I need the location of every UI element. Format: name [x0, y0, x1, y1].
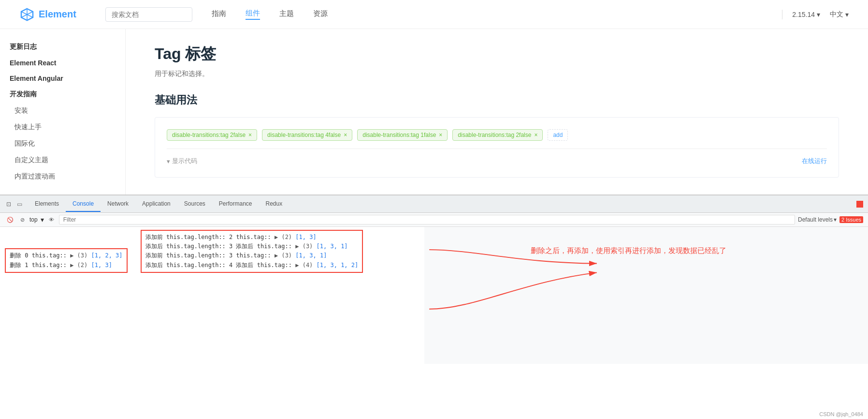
chevron-down-icon: ▾ [834, 216, 837, 223]
mobile-icon[interactable]: ▭ [15, 200, 23, 208]
tag-0-label: disable-transitions:tag 2false [172, 132, 246, 138]
nav-item-theme[interactable]: 主题 [279, 9, 294, 19]
add-tag-button[interactable]: add [548, 129, 568, 141]
console-line-1: 删除 0 this.tag:: ▶ (3) [1, 2, 3] [10, 251, 123, 260]
nav-item-guide[interactable]: 指南 [212, 9, 226, 19]
sidebar-item-theme[interactable]: 自定义主题 [0, 152, 125, 168]
tag-0-close[interactable]: × [248, 132, 252, 138]
logo-icon [19, 7, 35, 22]
sidebar-item-install[interactable]: 安装 [0, 103, 125, 119]
search-input[interactable] [105, 7, 192, 22]
filter-toggle-button[interactable]: ⊘ [18, 216, 27, 224]
console-body: 删除 0 this.tag:: ▶ (3) [1, 2, 3] 删除 1 thi… [0, 227, 868, 364]
sidebar-section-devguide[interactable]: 开发指南 [0, 86, 125, 103]
clear-console-button[interactable]: 🚫 [5, 216, 15, 224]
sidebar-item-i18n[interactable]: 国际化 [0, 135, 125, 152]
sidebar-section-react[interactable]: Element React [0, 55, 125, 71]
tag-3-label: disable-transitions:tag 2false [458, 132, 531, 138]
sidebar-section-changelog[interactable]: 更新日志 [0, 39, 125, 55]
console-red-box-1: 删除 0 this.tag:: ▶ (3) [1, 2, 3] 删除 1 thi… [5, 248, 128, 272]
console-line-5: 添加前 this.tag.length:: 3 this.tag:: ▶ (3)… [145, 251, 358, 260]
logo: Element [19, 7, 76, 22]
tag-0: disable-transitions:tag 2false × [167, 129, 257, 141]
page-desc: 用于标记和选择。 [155, 70, 839, 78]
header-right: 2.15.14 ▾ 中文 ▾ [782, 10, 849, 19]
sidebar-item-quickstart[interactable]: 快速上手 [0, 119, 125, 135]
top-context-label: top [29, 216, 38, 223]
content-wrapper: 更新日志 Element React Element Angular 开发指南 … [0, 29, 868, 364]
annotation-area: 删除之后，再添加，使用索引再进行添加，发现数据已经乱了 [424, 227, 868, 364]
sidebar-item-transition[interactable]: 内置过渡动画 [0, 168, 125, 185]
sidebar: 更新日志 Element React Element Angular 开发指南 … [0, 29, 126, 195]
tag-2: disable-transitions:tag 1false × [357, 129, 448, 141]
console-line-4: 添加后 this.tag.length:: 3 添加后 this.tag:: ▶… [145, 242, 358, 251]
eye-icon[interactable]: 👁 [47, 216, 56, 224]
console-toolbar: 🚫 ⊘ top ▾ 👁 Default levels ▾ 2 Issues [0, 213, 868, 227]
tab-network[interactable]: Network [101, 196, 135, 212]
devtools-icons: ⊡ ▭ [5, 200, 28, 208]
demo-footer: ▾ 显示代码 在线运行 [167, 149, 827, 165]
tag-1-label: disable-transitions:tag 4false [267, 132, 341, 138]
tag-1: disable-transitions:tag 4false × [262, 129, 352, 141]
tag-2-close[interactable]: × [439, 132, 442, 138]
divider [782, 10, 782, 19]
main-content: Tag 标签 用于标记和选择。 基础用法 disable-transitions… [126, 29, 868, 195]
tab-performance[interactable]: Performance [212, 196, 259, 212]
tab-elements[interactable]: Elements [28, 196, 66, 212]
tab-sources[interactable]: Sources [177, 196, 212, 212]
tags-container: disable-transitions:tag 2false × disable… [167, 129, 827, 141]
inspect-icon[interactable]: ⊡ [5, 200, 13, 208]
console-line-3: 添加前 this.tag.length:: 2 this.tag:: ▶ (2)… [145, 233, 358, 242]
tag-2-label: disable-transitions:tag 1false [362, 132, 436, 138]
sidebar-section-angular[interactable]: Element Angular [0, 71, 125, 86]
language-selector[interactable]: 中文 ▾ [830, 10, 849, 19]
devtools-panel: ⊡ ▭ Elements Console Network Application… [0, 195, 868, 364]
nav-item-resource[interactable]: 资源 [313, 9, 328, 19]
console-line-6: 添加后 this.tag.length:: 4 添加后 this.tag:: ▶… [145, 261, 358, 270]
annotation-text-container: 删除之后，再添加，使用索引再进行添加，发现数据已经乱了 [531, 246, 858, 255]
annotation-text: 删除之后，再添加，使用索引再进行添加，发现数据已经乱了 [531, 246, 726, 254]
top-section: 更新日志 Element React Element Angular 开发指南 … [0, 29, 868, 195]
tab-application[interactable]: Application [135, 196, 177, 212]
tag-3: disable-transitions:tag 2false × [452, 129, 543, 141]
main-nav: 指南 组件 主题 资源 [212, 9, 328, 20]
console-red-box-2: 添加前 this.tag.length:: 2 this.tag:: ▶ (2)… [141, 230, 363, 273]
console-output: 删除 0 this.tag:: ▶ (3) [1, 2, 3] 删除 1 thi… [0, 227, 424, 364]
tab-redux[interactable]: Redux [259, 196, 289, 212]
tab-console[interactable]: Console [66, 196, 101, 212]
issues-badge: 2 Issues [839, 216, 863, 223]
devtools-right-icons [856, 201, 863, 208]
version-selector[interactable]: 2.15.14 ▾ [792, 11, 820, 18]
console-filter-input[interactable] [59, 215, 795, 224]
nav-item-components[interactable]: 组件 [246, 9, 260, 20]
context-dropdown-icon[interactable]: ▾ [41, 216, 44, 224]
logo-text: Element [39, 9, 76, 20]
chevron-down-icon: ▾ [167, 158, 170, 165]
tag-3-close[interactable]: × [534, 132, 537, 138]
demo-box: disable-transitions:tag 2false × disable… [155, 117, 839, 178]
header: Element 指南 组件 主题 资源 2.15.14 ▾ 中文 ▾ [0, 0, 868, 29]
default-levels-dropdown[interactable]: Default levels ▾ [798, 216, 837, 223]
console-line-2: 删除 1 this.tag:: ▶ (2) [1, 3] [10, 261, 123, 270]
section-title-basic: 基础用法 [155, 93, 839, 107]
devtools-tabs: ⊡ ▭ Elements Console Network Application… [0, 195, 868, 213]
tag-1-close[interactable]: × [344, 132, 347, 138]
run-online-button[interactable]: 在线运行 [802, 157, 827, 165]
show-code-button[interactable]: ▾ 显示代码 [167, 157, 197, 165]
page-title: Tag 标签 [155, 44, 839, 65]
error-indicator [856, 201, 863, 208]
